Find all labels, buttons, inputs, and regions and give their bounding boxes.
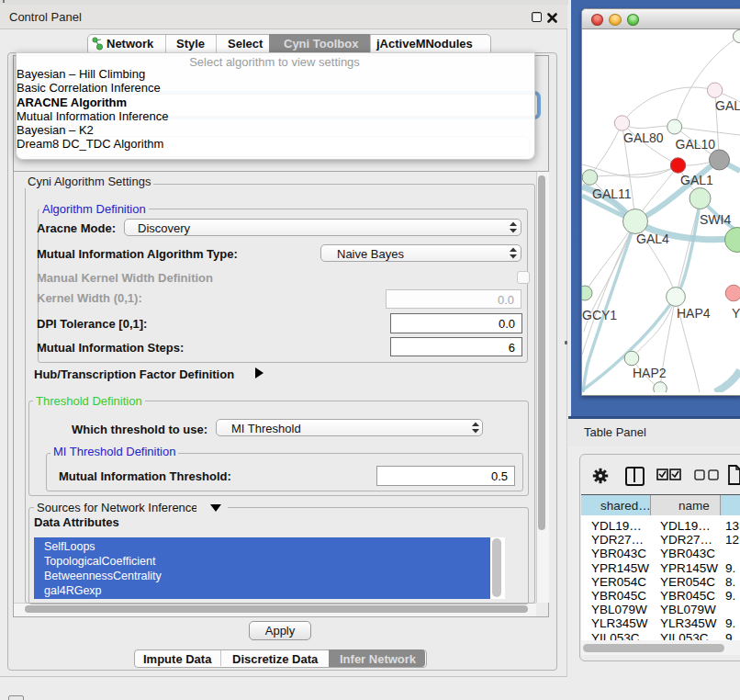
svg-text:GAL7: GAL7 [715,98,740,113]
svg-text:SWI4: SWI4 [700,212,731,227]
svg-text:GAL11: GAL11 [592,186,632,201]
svg-text:GAL10: GAL10 [676,137,716,152]
svg-text:HAP4: HAP4 [677,306,711,321]
svg-text:GAL1: GAL1 [680,173,713,187]
svg-text:GAL4: GAL4 [636,231,669,246]
svg-text:HAP2: HAP2 [633,366,667,380]
svg-text:Y: Y [732,306,740,321]
svg-text:GAL80: GAL80 [623,130,664,145]
svg-text:GCY1: GCY1 [582,308,617,322]
